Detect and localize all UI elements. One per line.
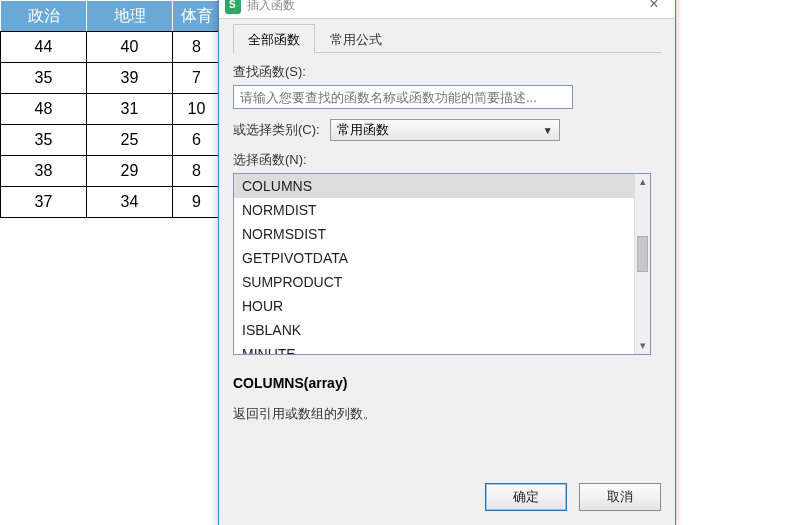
function-syntax: COLUMNS(array) bbox=[233, 375, 661, 391]
cell[interactable]: 7 bbox=[173, 63, 221, 94]
category-select[interactable]: 常用函数 ▼ bbox=[330, 119, 560, 141]
category-value: 常用函数 bbox=[337, 121, 389, 139]
list-item[interactable]: COLUMNS bbox=[234, 174, 634, 198]
cell[interactable]: 8 bbox=[173, 32, 221, 63]
col-header: 政治 bbox=[1, 1, 87, 32]
app-icon bbox=[225, 0, 241, 14]
cell[interactable]: 6 bbox=[173, 125, 221, 156]
cell[interactable]: 34 bbox=[87, 187, 173, 218]
spreadsheet-table: 政治 地理 体育 44 40 8 35 39 7 48 31 10 35 25 … bbox=[0, 0, 221, 218]
list-item[interactable]: SUMPRODUCT bbox=[234, 270, 634, 294]
cell[interactable]: 37 bbox=[1, 187, 87, 218]
dialog-title: 插入函数 bbox=[247, 0, 295, 14]
tab-all-functions[interactable]: 全部函数 bbox=[233, 24, 315, 54]
list-item[interactable]: ISBLANK bbox=[234, 318, 634, 342]
cell[interactable]: 9 bbox=[173, 187, 221, 218]
cell[interactable]: 40 bbox=[87, 32, 173, 63]
cancel-button[interactable]: 取消 bbox=[579, 483, 661, 511]
cell[interactable]: 10 bbox=[173, 94, 221, 125]
cell[interactable]: 38 bbox=[1, 156, 87, 187]
function-description: 返回引用或数组的列数。 bbox=[233, 405, 661, 423]
cell[interactable]: 8 bbox=[173, 156, 221, 187]
table-row: 37 34 9 bbox=[1, 187, 221, 218]
close-icon[interactable]: × bbox=[639, 0, 669, 15]
search-label: 查找函数(S): bbox=[233, 63, 661, 81]
function-listbox[interactable]: COLUMNS NORMDIST NORMSDIST GETPIVOTDATA … bbox=[233, 173, 651, 355]
list-item[interactable]: GETPIVOTDATA bbox=[234, 246, 634, 270]
cell[interactable]: 25 bbox=[87, 125, 173, 156]
scrollbar[interactable]: ▴ ▾ bbox=[634, 174, 650, 354]
tab-common-formulas[interactable]: 常用公式 bbox=[315, 24, 397, 54]
list-item[interactable]: NORMDIST bbox=[234, 198, 634, 222]
cell[interactable]: 44 bbox=[1, 32, 87, 63]
scroll-thumb[interactable] bbox=[637, 236, 648, 272]
tabs: 全部函数 常用公式 bbox=[233, 23, 661, 53]
scroll-down-icon[interactable]: ▾ bbox=[635, 338, 650, 354]
insert-function-dialog: 插入函数 × 全部函数 常用公式 查找函数(S): 或选择类别(C): 常用函数… bbox=[218, 0, 676, 525]
dialog-titlebar[interactable]: 插入函数 × bbox=[219, 0, 675, 19]
col-header: 地理 bbox=[87, 1, 173, 32]
table-row: 48 31 10 bbox=[1, 94, 221, 125]
cell[interactable]: 39 bbox=[87, 63, 173, 94]
ok-button[interactable]: 确定 bbox=[485, 483, 567, 511]
table-row: 44 40 8 bbox=[1, 32, 221, 63]
cell[interactable]: 48 bbox=[1, 94, 87, 125]
cell[interactable]: 35 bbox=[1, 63, 87, 94]
cell[interactable]: 35 bbox=[1, 125, 87, 156]
cell[interactable]: 29 bbox=[87, 156, 173, 187]
table-row: 35 39 7 bbox=[1, 63, 221, 94]
list-item[interactable]: MINUTE bbox=[234, 342, 634, 354]
scroll-up-icon[interactable]: ▴ bbox=[635, 174, 650, 190]
search-input[interactable] bbox=[233, 85, 573, 109]
table-row: 35 25 6 bbox=[1, 125, 221, 156]
table-row: 38 29 8 bbox=[1, 156, 221, 187]
list-item[interactable]: NORMSDIST bbox=[234, 222, 634, 246]
cell[interactable]: 31 bbox=[87, 94, 173, 125]
chevron-down-icon: ▼ bbox=[543, 125, 553, 136]
category-label: 或选择类别(C): bbox=[233, 121, 320, 139]
list-item[interactable]: HOUR bbox=[234, 294, 634, 318]
col-header: 体育 bbox=[173, 1, 221, 32]
select-function-label: 选择函数(N): bbox=[233, 151, 661, 169]
